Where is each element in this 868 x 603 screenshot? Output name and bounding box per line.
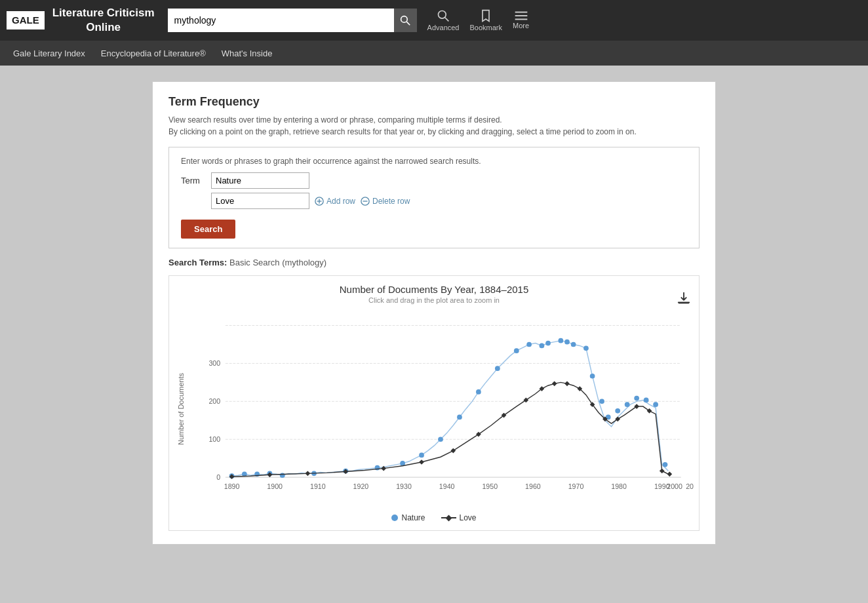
svg-text:2010: 2010 [686,482,694,490]
chart-svg-area[interactable]: 0 100 200 300 1890 1900 1910 1920 1930 1… [187,309,694,508]
svg-point-53 [558,338,563,343]
svg-point-51 [540,343,545,349]
description: View search results over time by enterin… [168,114,700,138]
svg-marker-68 [305,471,310,477]
chart-title: Number of Documents By Year, 1884–2015 [174,284,694,295]
chart-svg[interactable]: 0 100 200 300 1890 1900 1910 1920 1930 1… [187,309,694,506]
svg-line-1 [407,22,410,25]
legend-nature-dot [391,515,398,521]
content-box: Term Frequency View search results over … [152,81,716,545]
term-label-1: Term [181,176,206,185]
search-terms-line: Search Terms: Basic Search (mythology) [168,258,700,267]
svg-point-46 [457,415,462,420]
main-search-bar [168,9,417,32]
svg-point-39 [280,473,285,478]
svg-marker-85 [660,469,665,474]
svg-text:1940: 1940 [439,482,455,490]
svg-point-44 [419,453,424,458]
legend-nature: Nature [391,513,425,522]
legend-love-diamond [445,515,452,521]
svg-point-0 [401,16,408,23]
subnav-gale-literary-index[interactable]: Gale Literary Index [13,49,85,58]
svg-point-47 [476,389,481,395]
svg-marker-72 [450,448,456,454]
svg-point-48 [495,366,500,371]
download-chart-button[interactable] [677,291,691,307]
chart-legend: Nature Love [174,513,694,522]
svg-point-50 [526,342,532,347]
svg-point-45 [438,437,443,442]
term-input-instruction: Enter words or phrases to graph their oc… [181,157,687,166]
add-row-button[interactable]: Add row [315,197,355,206]
svg-marker-75 [523,398,528,403]
svg-marker-71 [419,459,424,465]
svg-point-60 [615,408,620,414]
header: GALE Literature Criticism Online Advance… [0,0,868,41]
svg-text:1920: 1920 [353,482,369,490]
svg-text:2000: 2000 [667,482,682,490]
svg-point-54 [564,340,570,345]
legend-love: Love [441,513,477,522]
main-search-input[interactable] [168,9,395,32]
svg-text:1970: 1970 [568,482,584,490]
chart-wrap: Number of Documents 0 100 200 300 [174,309,694,508]
svg-point-56 [583,345,589,351]
svg-marker-77 [552,381,557,386]
svg-point-62 [634,396,639,401]
subnav-whats-inside[interactable]: What's Inside [222,49,273,58]
search-button[interactable]: Search [181,220,235,239]
delete-row-button[interactable]: Delete row [361,197,410,206]
svg-marker-78 [564,381,570,386]
svg-point-64 [653,402,658,407]
search-button-row: Search [181,214,687,239]
svg-text:300: 300 [208,359,220,367]
term-input-1[interactable] [211,172,309,189]
term-row-1: Term [181,172,687,189]
svg-text:1900: 1900 [267,482,283,490]
chart-subtitle: Click and drag in the plot area to zoom … [174,296,694,304]
svg-point-55 [571,342,576,347]
term-input-2[interactable] [211,193,309,209]
subnav: Gale Literary Index Encyclopedia of Lite… [0,41,868,66]
svg-point-57 [590,374,595,379]
svg-text:0: 0 [216,473,220,481]
svg-text:1910: 1910 [310,482,326,490]
page-title: Term Frequency [168,95,700,109]
bookmark-button[interactable]: Bookmark [470,9,503,31]
gale-logo: GALE [7,11,45,30]
main-content: Term Frequency View search results over … [0,66,868,560]
subnav-encyclopedia[interactable]: Encyclopedia of Literature® [101,49,206,58]
svg-point-52 [545,341,551,346]
more-button[interactable]: More [513,11,529,29]
svg-point-65 [663,462,668,467]
svg-text:200: 200 [208,397,220,405]
header-actions: Advanced Bookmark More [427,9,530,31]
svg-text:1890: 1890 [224,482,240,490]
term-row-2: Add row Delete row [181,193,687,209]
svg-point-58 [599,399,604,404]
main-search-button[interactable] [394,9,416,32]
svg-point-63 [644,398,649,403]
svg-text:100: 100 [208,435,220,443]
svg-point-2 [439,11,446,19]
chart-container: Number of Documents By Year, 1884–2015 C… [168,275,700,531]
svg-line-3 [445,18,449,22]
svg-text:1950: 1950 [482,482,498,490]
app-title: Literature Criticism Online [52,6,155,35]
svg-rect-12 [679,302,690,303]
term-input-box: Enter words or phrases to graph their oc… [168,147,700,248]
svg-marker-86 [667,471,672,477]
advanced-search-button[interactable]: Advanced [427,9,460,31]
y-axis-label: Number of Documents [174,309,187,508]
svg-text:1980: 1980 [611,482,627,490]
svg-point-49 [514,348,519,353]
svg-text:1930: 1930 [396,482,412,490]
svg-point-61 [625,402,630,407]
svg-text:1960: 1960 [525,482,541,490]
